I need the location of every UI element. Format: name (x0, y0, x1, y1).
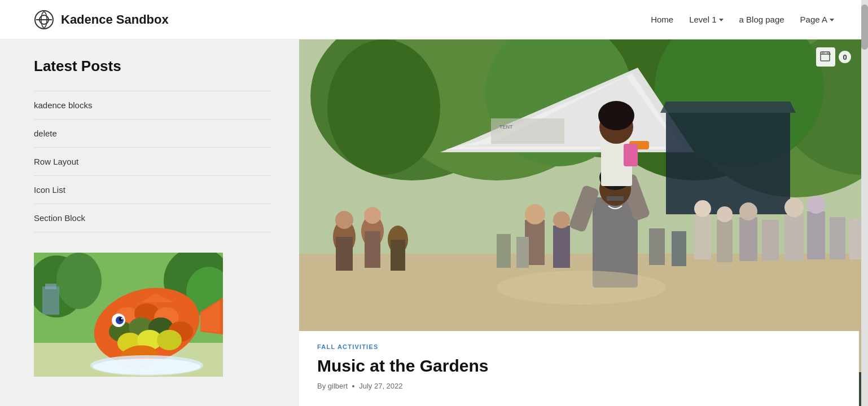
svg-point-78 (717, 206, 733, 222)
svg-point-57 (364, 207, 381, 224)
svg-marker-50 (660, 102, 796, 113)
svg-point-33 (93, 359, 200, 374)
scrollbar-thumb[interactable] (861, 5, 868, 50)
svg-point-41 (327, 39, 440, 175)
svg-rect-93 (821, 52, 830, 61)
nav-item-level1[interactable]: Level 1 (689, 15, 723, 24)
post-list-item[interactable]: Row Layout (34, 148, 271, 176)
svg-point-72 (598, 101, 634, 130)
hero-scene-svg: TENT (299, 39, 868, 372)
cart-button[interactable] (816, 47, 835, 67)
sidebar-title: Latest Posts (34, 58, 271, 75)
svg-point-80 (739, 202, 757, 220)
chevron-down-icon (830, 19, 834, 21)
article-title[interactable]: Music at the Gardens (317, 356, 841, 376)
svg-point-30 (121, 318, 123, 320)
svg-rect-74 (624, 144, 638, 166)
meta-separator (352, 385, 354, 387)
cart-icon (820, 51, 831, 63)
svg-rect-62 (553, 226, 570, 268)
sidebar: Latest Posts kadence blocks delete Row L… (0, 39, 299, 406)
svg-point-22 (157, 330, 182, 350)
main-nav: Home Level 1 a Blog page Page A (651, 15, 834, 24)
svg-point-63 (553, 211, 570, 228)
chevron-down-icon (719, 19, 724, 21)
svg-point-92 (497, 271, 666, 304)
svg-rect-49 (666, 113, 790, 214)
svg-rect-81 (762, 220, 779, 261)
article-meta: By gilbert July 27, 2022 (317, 382, 841, 390)
header-logo-area: Kadence Sandbox (34, 10, 169, 30)
svg-rect-88 (497, 234, 511, 268)
scrollbar-track (861, 0, 868, 406)
article-category: FALL ACTIVITIES (317, 343, 841, 350)
svg-rect-77 (717, 220, 733, 262)
svg-rect-75 (694, 214, 711, 259)
post-list-item[interactable]: kadence blocks (34, 91, 271, 120)
nav-item-home[interactable]: Home (651, 15, 673, 24)
article-author: By gilbert (317, 382, 348, 390)
svg-rect-56 (365, 231, 380, 268)
site-title: Kadence Sandbox (61, 12, 169, 27)
svg-rect-69 (607, 196, 624, 201)
article-card: FALL ACTIVITIES Music at the Gardens By … (299, 331, 859, 406)
svg-rect-90 (649, 228, 665, 265)
svg-rect-86 (830, 217, 845, 259)
svg-point-83 (784, 198, 804, 217)
main-content: Latest Posts kadence blocks delete Row L… (0, 39, 868, 406)
svg-rect-47 (491, 118, 564, 144)
svg-rect-91 (672, 231, 686, 266)
svg-rect-84 (807, 211, 825, 259)
article-area: TENT (299, 39, 868, 406)
post-list: kadence blocks delete Row Layout Icon Li… (34, 91, 271, 232)
svg-point-54 (335, 211, 353, 229)
svg-rect-82 (784, 214, 804, 261)
svg-rect-79 (739, 217, 757, 261)
post-list-item[interactable]: delete (34, 120, 271, 148)
article-date: July 27, 2022 (359, 382, 402, 390)
svg-rect-9 (42, 286, 59, 315)
nav-item-blog[interactable]: a Blog page (739, 15, 784, 24)
svg-point-61 (525, 204, 545, 224)
nav-item-pagea[interactable]: Page A (800, 15, 834, 24)
svg-text:TENT: TENT (499, 124, 513, 130)
svg-rect-89 (516, 237, 529, 268)
svg-rect-10 (45, 284, 56, 289)
site-header: Kadence Sandbox Home Level 1 a Blog page… (0, 0, 868, 39)
post-list-item[interactable]: Section Block (34, 204, 271, 232)
post-list-item[interactable]: Icon List (34, 176, 271, 204)
svg-rect-59 (391, 240, 405, 271)
svg-point-76 (694, 200, 711, 217)
logoipsum-icon (34, 10, 54, 30)
svg-point-85 (807, 196, 825, 214)
cart-badge: 0 (816, 47, 851, 67)
svg-point-6 (56, 253, 102, 309)
cart-count: 0 (839, 51, 851, 63)
sidebar-thumbnail (34, 253, 223, 377)
svg-rect-53 (336, 237, 353, 271)
